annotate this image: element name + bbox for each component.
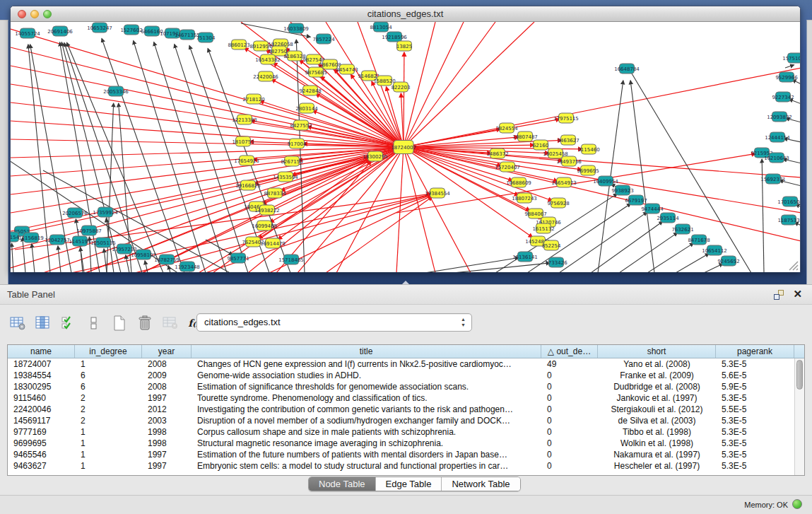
table-select-dropdown[interactable]: citations_edges.txt ▲▼ bbox=[196, 313, 472, 332]
table-row[interactable]: 946554611997Estimation of the future num… bbox=[8, 449, 794, 460]
graph-node[interactable]: 8813054 bbox=[370, 22, 392, 32]
network-canvas[interactable]: 1405572420691406106532471527602646616010… bbox=[11, 22, 800, 272]
graph-edge[interactable] bbox=[619, 233, 678, 272]
graph-node[interactable]: 7632621 bbox=[671, 224, 693, 234]
graph-edge[interactable] bbox=[11, 147, 404, 231]
graph-node[interactable]: 17975115 bbox=[553, 113, 579, 123]
table-scrollbar-thumb[interactable] bbox=[796, 360, 803, 390]
graph-node[interactable]: 22420046 bbox=[253, 71, 278, 81]
graph-edge[interactable] bbox=[630, 81, 654, 272]
delete-column-icon[interactable] bbox=[134, 313, 155, 333]
graph-node[interactable]: 10653247 bbox=[87, 23, 112, 33]
column-header-pagerank[interactable]: pagerank bbox=[716, 345, 794, 358]
table-row[interactable]: 1872400712008Changes of HCN gene express… bbox=[8, 358, 794, 370]
graph-node[interactable]: 20053346 bbox=[103, 86, 129, 96]
network-graph[interactable]: 1405572420691406106532471527602646616010… bbox=[11, 22, 800, 272]
graph-node[interactable]: 9227342 bbox=[772, 92, 794, 102]
graph-node[interactable]: 20206576 bbox=[62, 208, 88, 218]
panel-resize-handle[interactable] bbox=[402, 281, 409, 284]
graph-node[interactable]: 20691406 bbox=[47, 26, 73, 36]
window-resize-grip[interactable] bbox=[787, 259, 799, 271]
memory-status-indicator[interactable] bbox=[792, 499, 802, 509]
graph-edge[interactable] bbox=[206, 240, 233, 255]
tab-edge-table[interactable]: Edge Table bbox=[376, 477, 442, 491]
graph-edge[interactable] bbox=[126, 255, 129, 272]
column-header-year[interactable]: year bbox=[142, 345, 192, 358]
table-row[interactable]: 1456911722003Disruption of a novel membe… bbox=[8, 415, 794, 426]
graph-node[interactable]: 1486372 bbox=[486, 148, 508, 158]
graph-node[interactable]: 15718485 bbox=[278, 255, 304, 264]
table-row[interactable]: 977716911998Corpus callosum shape and si… bbox=[8, 426, 794, 438]
column-header-out-degree-sorted[interactable]: △ out_de… bbox=[541, 345, 598, 358]
column-header-name[interactable]: name bbox=[8, 345, 75, 358]
graph-node[interactable]: 852254 bbox=[542, 240, 561, 250]
graph-edge[interactable] bbox=[260, 101, 404, 147]
graph-edge[interactable] bbox=[11, 29, 404, 147]
close-panel-icon[interactable]: ✕ bbox=[793, 288, 802, 300]
graph-edge[interactable] bbox=[404, 147, 800, 241]
graph-node[interactable]: 2935114 bbox=[657, 213, 679, 223]
graph-edge[interactable] bbox=[11, 147, 404, 268]
modify-table-icon[interactable] bbox=[7, 313, 28, 333]
graph-node[interactable]: 18724007 bbox=[391, 141, 416, 154]
table-row[interactable]: 946362711997Embryonic stem cells: a mode… bbox=[8, 460, 794, 472]
graph-node[interactable]: 9115460 bbox=[577, 144, 599, 154]
graph-node[interactable]: 917004 bbox=[288, 139, 307, 148]
graph-node[interactable]: 15720407 bbox=[495, 162, 520, 172]
graph-edge[interactable] bbox=[23, 238, 25, 272]
show-columns-icon[interactable] bbox=[33, 313, 54, 333]
graph-node[interactable]: 12093832 bbox=[767, 112, 792, 122]
graph-node[interactable]: 822203 bbox=[392, 82, 411, 92]
graph-node[interactable]: 9463627 bbox=[557, 135, 579, 145]
graph-edge[interactable] bbox=[61, 42, 121, 272]
graph-edge[interactable] bbox=[11, 84, 404, 147]
graph-node[interactable]: 16648784 bbox=[614, 64, 640, 74]
table-scrollbar[interactable] bbox=[794, 358, 804, 475]
graph-edge[interactable] bbox=[154, 42, 227, 272]
rows-icon[interactable] bbox=[83, 313, 105, 333]
graph-node[interactable]: 62160 bbox=[533, 140, 548, 150]
graph-edge[interactable] bbox=[404, 22, 495, 147]
graph-edge[interactable] bbox=[676, 254, 709, 272]
graph-node[interactable]: 15692371 bbox=[760, 174, 786, 184]
graph-node[interactable]: 16654923 bbox=[551, 177, 577, 187]
graph-node[interactable]: 9699695 bbox=[577, 165, 599, 175]
graph-node[interactable]: 8860123 bbox=[228, 40, 249, 49]
table-row[interactable]: 2242004622012Investigating the contribut… bbox=[8, 404, 794, 415]
graph-node[interactable]: 13825 bbox=[396, 41, 412, 51]
graph-edge[interactable] bbox=[404, 52, 404, 147]
graph-node[interactable]: 16033809 bbox=[283, 23, 309, 33]
table-row[interactable]: 1938455462009Genome-wide association stu… bbox=[8, 370, 794, 381]
graph-node[interactable]: 15751074 bbox=[782, 53, 800, 63]
graph-node[interactable]: 11923448 bbox=[175, 262, 200, 271]
graph-node[interactable]: 10654112 bbox=[702, 245, 727, 255]
new-table-icon[interactable] bbox=[109, 313, 130, 333]
float-panel-icon[interactable] bbox=[774, 290, 784, 300]
column-header-in-degree[interactable]: in_degree bbox=[75, 345, 142, 358]
graph-edge[interactable] bbox=[32, 244, 35, 272]
graph-node[interactable]: 15136141 bbox=[512, 252, 538, 262]
graph-edge[interactable] bbox=[404, 68, 800, 147]
graph-node[interactable]: 9756928 bbox=[547, 198, 569, 208]
window-titlebar[interactable]: citations_edges.txt bbox=[11, 6, 800, 22]
graph-node[interactable]: 1810755 bbox=[232, 136, 254, 146]
delete-table-icon[interactable] bbox=[160, 313, 181, 333]
graph-edge[interactable] bbox=[647, 243, 693, 272]
graph-node[interactable]: 1527602 bbox=[120, 25, 142, 35]
graph-edge[interactable] bbox=[404, 22, 464, 147]
graph-node[interactable]: 8427552 bbox=[290, 120, 312, 130]
graph-node[interactable]: 12444154 bbox=[765, 132, 790, 142]
graph-node[interactable]: 16409954 bbox=[593, 176, 618, 186]
graph-node[interactable]: 2718120 bbox=[242, 94, 264, 104]
graph-edge[interactable] bbox=[704, 264, 723, 272]
graph-node[interactable]: 10807487 bbox=[512, 132, 538, 141]
graph-edge[interactable] bbox=[58, 246, 61, 272]
graph-node[interactable]: 17654923 bbox=[234, 156, 259, 165]
graph-node[interactable]: 9938923 bbox=[611, 185, 633, 195]
graph-node[interactable]: 7857224 bbox=[312, 34, 335, 44]
table-row[interactable]: 1830029562008Estimation of significance … bbox=[8, 381, 794, 392]
graph-node[interactable]: 8471678 bbox=[688, 235, 710, 245]
column-header-short[interactable]: short bbox=[598, 345, 716, 358]
graph-node[interactable]: 9857771 bbox=[227, 253, 249, 263]
tab-node-table[interactable]: Node Table bbox=[309, 477, 376, 491]
